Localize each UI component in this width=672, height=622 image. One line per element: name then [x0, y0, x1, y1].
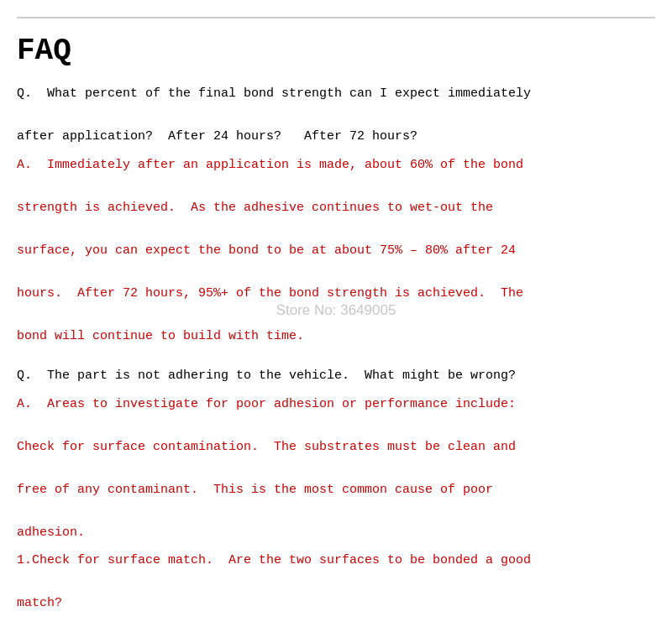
- list-item-1: 1.Check for surface match. Are the two s…: [17, 550, 655, 614]
- page-title: FAQ: [17, 34, 655, 68]
- page-container: FAQ Q. What percent of the final bond st…: [0, 0, 672, 622]
- top-border: [17, 17, 655, 18]
- question-2: Q. The part is not adhering to the vehic…: [17, 365, 655, 387]
- list-item-2: 2.Check for proper application pressure …: [17, 619, 655, 623]
- question-1: Q. What percent of the final bond streng…: [17, 83, 655, 148]
- faq-section-2: Q. The part is not adhering to the vehic…: [17, 365, 655, 622]
- faq-section-1: Q. What percent of the final bond streng…: [17, 83, 655, 347]
- answer-2-intro: A. Areas to investigate for poor adhesio…: [17, 394, 655, 544]
- answer-1: A. Immediately after an application is m…: [17, 154, 655, 348]
